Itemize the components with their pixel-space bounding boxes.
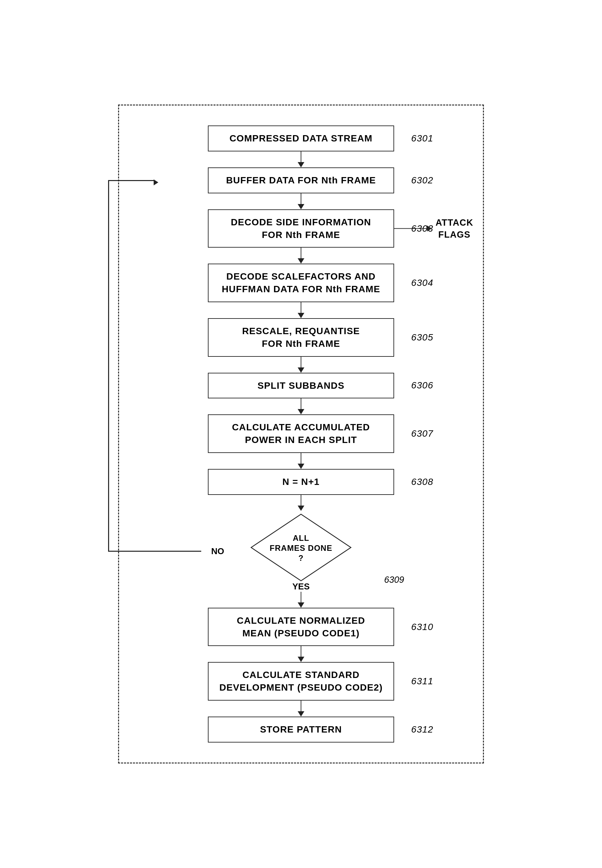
- node-6303: DECODE SIDE INFORMATIONFOR Nth FRAME 630…: [208, 209, 394, 248]
- arrow-7: [298, 453, 304, 469]
- node-6311-text: CALCULATE STANDARDDEVELOPMENT (PSEUDO CO…: [219, 669, 382, 693]
- diagram-container: COMPRESSED DATA STREAM 6301 BUFFER DATA …: [118, 105, 484, 763]
- arrow-1: [298, 151, 304, 168]
- attack-arrow: ATTACKFLAGS: [394, 216, 473, 241]
- label-6308: 6308: [411, 476, 433, 488]
- svg-text:?: ?: [298, 554, 304, 562]
- node-6308-text: N = N+1: [283, 477, 319, 487]
- node-6312-text: STORE PATTERN: [260, 724, 342, 734]
- no-top-h-line: [108, 180, 155, 181]
- label-6304: 6304: [411, 277, 433, 289]
- node-6310: CALCULATE NORMALIZEDMEAN (PSEUDO CODE1) …: [208, 608, 394, 646]
- node-6311: CALCULATE STANDARDDEVELOPMENT (PSEUDO CO…: [208, 662, 394, 700]
- node-6306: SPLIT SUBBANDS 6306: [208, 373, 394, 399]
- label-6309: 6309: [384, 575, 404, 585]
- no-v-line: [108, 180, 109, 551]
- node-6306-text: SPLIT SUBBANDS: [257, 380, 344, 391]
- label-6306: 6306: [411, 379, 433, 392]
- arrow-6: [298, 399, 304, 414]
- arrow-8: [298, 495, 304, 511]
- label-6302: 6302: [411, 174, 433, 187]
- arrow-11: [298, 700, 304, 717]
- node-6302: BUFFER DATA FOR Nth FRAME 6302: [208, 168, 394, 193]
- arrow-9: [298, 592, 304, 608]
- node-6304: DECODE SCALEFACTORS ANDHUFFMAN DATA FOR …: [208, 263, 394, 302]
- flow-container: COMPRESSED DATA STREAM 6301 BUFFER DATA …: [146, 125, 456, 743]
- svg-text:FRAMES DONE: FRAMES DONE: [270, 543, 332, 553]
- attack-flags-label: ATTACKFLAGS: [436, 216, 473, 241]
- arrow-2: [298, 193, 304, 209]
- arrow-10: [298, 646, 304, 662]
- yes-label: YES: [292, 582, 310, 592]
- node-6310-text: CALCULATE NORMALIZEDMEAN (PSEUDO CODE1): [237, 616, 365, 638]
- node-6307: CALCULATE ACCUMULATEDPOWER IN EACH SPLIT…: [208, 414, 394, 453]
- node-6307-text: CALCULATE ACCUMULATEDPOWER IN EACH SPLIT: [232, 422, 370, 445]
- label-6311: 6311: [411, 675, 433, 688]
- node-6303-text: DECODE SIDE INFORMATIONFOR Nth FRAME: [231, 217, 371, 240]
- node-6305: RESCALE, REQUANTISEFOR Nth FRAME 6305: [208, 318, 394, 357]
- arrow-4: [298, 302, 304, 318]
- diamond-svg: ALL FRAMES DONE ?: [248, 511, 354, 584]
- attack-arrow-line: [394, 228, 427, 229]
- node-6301: COMPRESSED DATA STREAM 6301: [208, 125, 394, 151]
- label-6307: 6307: [411, 427, 433, 440]
- node-6305-text: RESCALE, REQUANTISEFOR Nth FRAME: [242, 326, 360, 349]
- label-6310: 6310: [411, 621, 433, 633]
- diamond-section: ALL FRAMES DONE ? 6309 NO YES: [201, 511, 401, 592]
- label-6312: 6312: [411, 723, 433, 736]
- node-6302-text: BUFFER DATA FOR Nth FRAME: [226, 175, 376, 185]
- node-6312: STORE PATTERN 6312: [208, 717, 394, 743]
- node-6301-text: COMPRESSED DATA STREAM: [229, 133, 373, 143]
- svg-text:ALL: ALL: [293, 534, 309, 543]
- arrow-3: [298, 248, 304, 263]
- no-label: NO: [211, 546, 224, 557]
- node-6308: N = N+1 6308: [208, 469, 394, 495]
- label-6301: 6301: [411, 132, 433, 145]
- arrow-5: [298, 357, 304, 373]
- node-6304-text: DECODE SCALEFACTORS ANDHUFFMAN DATA FOR …: [222, 271, 381, 294]
- attack-arrowhead: [427, 226, 432, 232]
- page: COMPRESSED DATA STREAM 6301 BUFFER DATA …: [0, 0, 602, 868]
- label-6305: 6305: [411, 331, 433, 344]
- no-h-line: [108, 551, 201, 552]
- no-arrowhead: [154, 179, 158, 185]
